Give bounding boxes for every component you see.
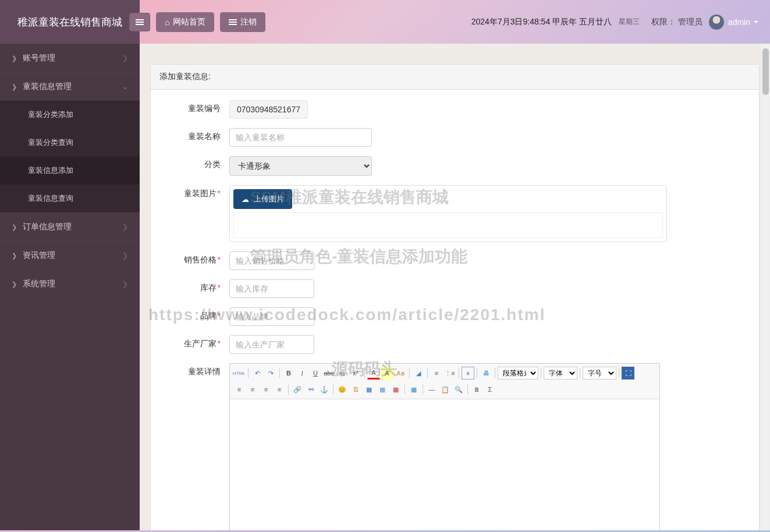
template-button[interactable]: 🗎	[470, 383, 483, 396]
undo-button[interactable]: ↶	[251, 367, 264, 380]
toolbar-separator	[288, 384, 289, 395]
scrollbar-thumb[interactable]	[762, 48, 769, 95]
chevron-right-icon: ❯	[12, 83, 17, 91]
paragraph-format-select[interactable]: 段落格式	[498, 367, 538, 380]
unlink-button[interactable]: ⚯	[304, 383, 317, 396]
subscript-button[interactable]: x₂	[336, 367, 349, 380]
sidebar-item-account-mgmt[interactable]: ❯ 账号管理 ❯	[0, 44, 140, 72]
anchor-button[interactable]: ⚓	[318, 383, 331, 396]
brand-input[interactable]	[229, 307, 314, 326]
content-area: 添加童装信息: 童装编号 07030948521677 童装名称 分类	[140, 44, 770, 530]
toolbar-separator	[423, 384, 423, 395]
sidebar-subitem-info-add[interactable]: 童装信息添加	[0, 157, 140, 185]
label-category: 分类	[165, 156, 229, 170]
fullscreen-button[interactable]: ⛶	[622, 367, 634, 380]
upload-preview-area	[233, 212, 663, 238]
required-mark: *	[218, 189, 221, 198]
label-product-name: 童装名称	[165, 128, 229, 142]
align-justify-button[interactable]: ≡	[273, 383, 286, 396]
align-left-button[interactable]: ≡	[233, 383, 246, 396]
hamburger-icon	[136, 18, 144, 26]
top-header: 稚派童装在线销售商城 ⌂ 网站首页 注销 2024年7月3日9:48:54 甲辰…	[0, 0, 770, 44]
remove-format-button[interactable]: Aʙ	[394, 367, 407, 380]
panel-title: 添加童装信息:	[151, 65, 759, 90]
select-all-button[interactable]: a	[462, 367, 474, 380]
vertical-scrollbar[interactable]	[761, 44, 770, 530]
label-product-no: 童装编号	[165, 100, 229, 114]
permission-label: 权限： 管理员	[651, 17, 702, 27]
emoji-button[interactable]: 😊	[336, 383, 349, 396]
align-right-button[interactable]: ≡	[260, 383, 272, 396]
sidebar-subitem-info-query[interactable]: 童装信息查询	[0, 185, 140, 212]
toolbar-separator	[467, 384, 468, 395]
chevron-right-icon: ❯	[12, 224, 17, 231]
table-button[interactable]: ▦	[407, 383, 420, 396]
product-name-input[interactable]	[229, 128, 372, 147]
hr-button[interactable]: —	[425, 383, 438, 396]
toolbar-separator	[279, 368, 280, 378]
video-button[interactable]: ▦	[389, 383, 402, 396]
home-button[interactable]: ⌂ 网站首页	[156, 12, 214, 32]
label-image: 童装图片*	[165, 185, 229, 199]
sidebar-subitem-category-query[interactable]: 童装分类查询	[0, 129, 140, 157]
editor-content-area[interactable]	[230, 399, 659, 530]
toolbar-separator	[619, 368, 619, 378]
required-mark: *	[218, 311, 221, 320]
label-price: 销售价格*	[165, 251, 229, 265]
eraser-button[interactable]: ◢	[412, 367, 425, 380]
backcolor-button[interactable]: A	[381, 367, 393, 380]
toolbar-separator	[409, 368, 410, 378]
bold-button[interactable]: B	[282, 367, 295, 380]
weekday-text: 星期三	[619, 17, 640, 27]
chevron-right-icon: ❯	[122, 223, 128, 231]
avatar	[708, 14, 725, 30]
align-center-button[interactable]: ≡	[246, 383, 259, 396]
html-source-button[interactable]: HTML	[233, 367, 246, 380]
sidebar-item-news-mgmt[interactable]: ❯ 资讯管理 ❯	[0, 241, 140, 269]
paste-button[interactable]: 📋	[439, 383, 452, 396]
home-icon: ⌂	[165, 17, 169, 27]
price-input[interactable]	[229, 251, 314, 270]
chevron-right-icon: ❯	[122, 251, 128, 260]
manufacturer-input[interactable]	[229, 335, 314, 354]
toolbar-separator	[427, 368, 428, 378]
required-mark: *	[218, 339, 221, 348]
sidebar-toggle-button[interactable]	[129, 13, 150, 31]
home-button-label: 网站首页	[173, 17, 205, 27]
category-select[interactable]: 卡通形象	[229, 156, 372, 176]
toolbar-separator	[541, 368, 541, 378]
flash-button[interactable]: ▦	[363, 383, 375, 396]
superscript-button[interactable]: x²	[349, 367, 362, 380]
formula-button[interactable]: Σ	[484, 383, 496, 396]
sidebar-item-clothing-mgmt[interactable]: ❯ 童装信息管理 ⌄	[0, 72, 140, 101]
sidebar-item-system-mgmt[interactable]: ❯ 系统管理 ❯	[0, 269, 140, 298]
ordered-list-button[interactable]: ≡	[430, 367, 443, 380]
link-button[interactable]: 🔗	[291, 383, 304, 396]
cloud-upload-icon: ☁	[242, 195, 249, 204]
italic-button[interactable]: I	[296, 367, 308, 380]
font-family-select[interactable]: 字体	[544, 367, 577, 380]
brand-title: 稚派童装在线销售商城	[0, 0, 140, 45]
font-size-select[interactable]: 字号	[583, 367, 616, 380]
underline-button[interactable]: U	[309, 367, 322, 380]
redo-button[interactable]: ↷	[264, 367, 277, 380]
image-button[interactable]: 🖻	[349, 383, 362, 396]
chevron-right-icon: ❯	[122, 280, 128, 288]
upload-image-button[interactable]: ☁ 上传图片	[233, 189, 292, 209]
toolbar-separator	[364, 368, 365, 378]
stock-input[interactable]	[229, 279, 314, 298]
print-button[interactable]: 🖶	[480, 367, 492, 380]
search-button[interactable]: 🔍	[452, 383, 465, 396]
media-button[interactable]: ▦	[376, 383, 389, 396]
strikethrough-button[interactable]: abc	[322, 367, 335, 380]
unordered-list-button[interactable]: ⋮≡	[443, 367, 456, 380]
logout-button[interactable]: 注销	[220, 12, 265, 32]
forecolor-button[interactable]: A	[367, 367, 380, 380]
value-product-no: 07030948521677	[229, 100, 308, 119]
chevron-down-icon	[754, 21, 758, 23]
user-menu-dropdown[interactable]: admin	[708, 14, 758, 30]
sidebar-item-order-mgmt[interactable]: ❯ 订单信息管理 ❯	[0, 212, 140, 241]
sidebar-subitem-category-add[interactable]: 童装分类添加	[0, 101, 140, 129]
datetime-text: 2024年7月3日9:48:54 甲辰年 五月廿八	[471, 17, 612, 27]
chevron-down-icon: ⌄	[122, 83, 128, 91]
